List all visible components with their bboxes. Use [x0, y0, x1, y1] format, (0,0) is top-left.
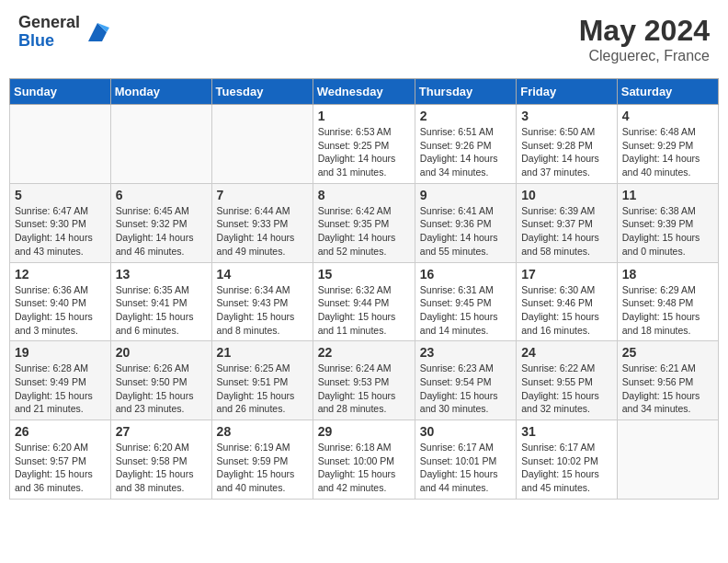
day-info: Sunrise: 6:39 AMSunset: 9:37 PMDaylight:…	[521, 204, 612, 259]
calendar-cell: 8Sunrise: 6:42 AMSunset: 9:35 PMDaylight…	[313, 183, 415, 262]
day-info: Sunrise: 6:22 AMSunset: 9:55 PMDaylight:…	[521, 362, 612, 416]
calendar-cell	[110, 105, 211, 184]
sunset: Sunset: 10:00 PM	[318, 455, 394, 466]
calendar-cell: 23Sunrise: 6:23 AMSunset: 9:54 PMDayligh…	[415, 341, 516, 420]
sunset: Sunset: 9:28 PM	[521, 140, 593, 151]
day-number: 10	[521, 188, 612, 202]
sunset: Sunset: 9:45 PM	[420, 297, 492, 308]
calendar-cell: 11Sunrise: 6:38 AMSunset: 9:39 PMDayligh…	[617, 183, 718, 262]
day-info: Sunrise: 6:45 AMSunset: 9:32 PMDaylight:…	[116, 204, 207, 259]
calendar-cell: 7Sunrise: 6:44 AMSunset: 9:33 PMDaylight…	[211, 183, 313, 262]
sunrise: Sunrise: 6:32 AM	[318, 284, 392, 295]
column-header-wednesday: Wednesday	[313, 79, 415, 105]
calendar-cell	[617, 420, 718, 500]
sunrise: Sunrise: 6:30 AM	[521, 284, 595, 295]
column-header-monday: Monday	[110, 79, 211, 105]
calendar-cell: 22Sunrise: 6:24 AMSunset: 9:53 PMDayligh…	[313, 341, 415, 420]
day-info: Sunrise: 6:50 AMSunset: 9:28 PMDaylight:…	[521, 125, 612, 179]
daylight: Daylight: 14 hours and 43 minutes.	[15, 232, 93, 257]
sunrise: Sunrise: 6:44 AM	[217, 205, 290, 216]
logo: General Blue	[18, 14, 111, 51]
sunset: Sunset: 9:56 PM	[622, 376, 694, 387]
day-info: Sunrise: 6:21 AMSunset: 9:56 PMDaylight:…	[622, 362, 713, 416]
sunset: Sunset: 9:36 PM	[420, 218, 492, 229]
day-info: Sunrise: 6:36 AMSunset: 9:40 PMDaylight:…	[15, 283, 106, 338]
day-number: 4	[622, 109, 713, 123]
day-info: Sunrise: 6:41 AMSunset: 9:36 PMDaylight:…	[420, 204, 511, 259]
calendar-cell: 5Sunrise: 6:47 AMSunset: 9:30 PMDaylight…	[10, 183, 111, 262]
daylight: Daylight: 15 hours and 38 minutes.	[116, 468, 194, 493]
daylight: Daylight: 15 hours and 44 minutes.	[420, 468, 498, 493]
column-header-thursday: Thursday	[415, 79, 516, 105]
day-number: 21	[217, 345, 308, 360]
calendar-cell: 17Sunrise: 6:30 AMSunset: 9:46 PMDayligh…	[517, 262, 618, 341]
day-info: Sunrise: 6:53 AMSunset: 9:25 PMDaylight:…	[318, 125, 410, 179]
daylight: Daylight: 15 hours and 8 minutes.	[217, 311, 295, 336]
sunrise: Sunrise: 6:45 AM	[116, 205, 189, 216]
column-header-sunday: Sunday	[10, 79, 111, 105]
day-number: 15	[318, 267, 410, 282]
day-info: Sunrise: 6:47 AMSunset: 9:30 PMDaylight:…	[15, 204, 106, 259]
day-info: Sunrise: 6:17 AMSunset: 10:02 PMDaylight…	[521, 441, 612, 495]
day-info: Sunrise: 6:20 AMSunset: 9:57 PMDaylight:…	[15, 441, 106, 495]
sunset: Sunset: 9:46 PM	[521, 297, 593, 308]
day-info: Sunrise: 6:30 AMSunset: 9:46 PMDaylight:…	[521, 283, 612, 338]
calendar-cell: 3Sunrise: 6:50 AMSunset: 9:28 PMDaylight…	[517, 105, 618, 184]
daylight: Daylight: 15 hours and 26 minutes.	[217, 390, 295, 415]
day-number: 14	[217, 267, 308, 282]
day-number: 2	[420, 109, 511, 123]
sunrise: Sunrise: 6:22 AM	[521, 362, 595, 373]
sunset: Sunset: 9:51 PM	[217, 376, 289, 387]
calendar-cell: 19Sunrise: 6:28 AMSunset: 9:49 PMDayligh…	[10, 341, 111, 420]
day-number: 12	[15, 267, 106, 282]
day-info: Sunrise: 6:51 AMSunset: 9:26 PMDaylight:…	[420, 125, 511, 179]
daylight: Daylight: 14 hours and 37 minutes.	[521, 153, 599, 178]
sunset: Sunset: 9:41 PM	[116, 297, 188, 308]
calendar-cell: 29Sunrise: 6:18 AMSunset: 10:00 PMDaylig…	[313, 420, 415, 500]
sunrise: Sunrise: 6:34 AM	[217, 284, 290, 295]
page-header: General Blue May 2024 Cleguerec, France	[9, 9, 719, 69]
calendar-week-row: 1Sunrise: 6:53 AMSunset: 9:25 PMDaylight…	[10, 105, 719, 184]
sunset: Sunset: 9:33 PM	[217, 218, 289, 229]
sunrise: Sunrise: 6:47 AM	[15, 205, 88, 216]
calendar-cell: 25Sunrise: 6:21 AMSunset: 9:56 PMDayligh…	[617, 341, 718, 420]
daylight: Daylight: 14 hours and 46 minutes.	[116, 232, 194, 257]
day-info: Sunrise: 6:42 AMSunset: 9:35 PMDaylight:…	[318, 204, 410, 259]
sunset: Sunset: 9:30 PM	[15, 218, 86, 229]
daylight: Daylight: 15 hours and 40 minutes.	[217, 468, 295, 493]
daylight: Daylight: 15 hours and 6 minutes.	[116, 311, 194, 336]
sunset: Sunset: 9:59 PM	[217, 455, 289, 466]
calendar-cell: 26Sunrise: 6:20 AMSunset: 9:57 PMDayligh…	[10, 420, 111, 500]
calendar-cell	[211, 105, 313, 184]
sunrise: Sunrise: 6:29 AM	[622, 284, 696, 295]
daylight: Daylight: 15 hours and 34 minutes.	[622, 390, 700, 415]
sunrise: Sunrise: 6:42 AM	[318, 205, 392, 216]
daylight: Daylight: 15 hours and 21 minutes.	[15, 390, 93, 415]
sunrise: Sunrise: 6:23 AM	[420, 362, 494, 373]
logo-icon	[84, 18, 111, 46]
daylight: Daylight: 15 hours and 11 minutes.	[318, 311, 396, 336]
daylight: Daylight: 14 hours and 52 minutes.	[318, 232, 396, 257]
sunset: Sunset: 9:50 PM	[116, 376, 188, 387]
day-number: 17	[521, 267, 612, 282]
day-number: 29	[318, 424, 410, 439]
sunset: Sunset: 9:29 PM	[622, 140, 694, 151]
calendar-cell: 18Sunrise: 6:29 AMSunset: 9:48 PMDayligh…	[617, 262, 718, 341]
calendar-cell: 21Sunrise: 6:25 AMSunset: 9:51 PMDayligh…	[211, 341, 313, 420]
daylight: Daylight: 14 hours and 58 minutes.	[521, 232, 599, 257]
sunrise: Sunrise: 6:36 AM	[15, 284, 88, 295]
sunrise: Sunrise: 6:48 AM	[622, 126, 696, 137]
day-number: 30	[420, 424, 511, 439]
sunset: Sunset: 9:57 PM	[15, 455, 86, 466]
day-number: 24	[521, 345, 612, 360]
column-header-tuesday: Tuesday	[211, 79, 313, 105]
daylight: Daylight: 14 hours and 49 minutes.	[217, 232, 295, 257]
sunrise: Sunrise: 6:26 AM	[116, 362, 189, 373]
sunrise: Sunrise: 6:38 AM	[622, 205, 696, 216]
calendar-cell: 24Sunrise: 6:22 AMSunset: 9:55 PMDayligh…	[517, 341, 618, 420]
title-section: May 2024 Cleguerec, France	[579, 14, 710, 64]
day-info: Sunrise: 6:19 AMSunset: 9:59 PMDaylight:…	[217, 441, 308, 495]
day-number: 28	[217, 424, 308, 439]
daylight: Daylight: 15 hours and 0 minutes.	[622, 232, 700, 257]
sunset: Sunset: 9:25 PM	[318, 140, 390, 151]
